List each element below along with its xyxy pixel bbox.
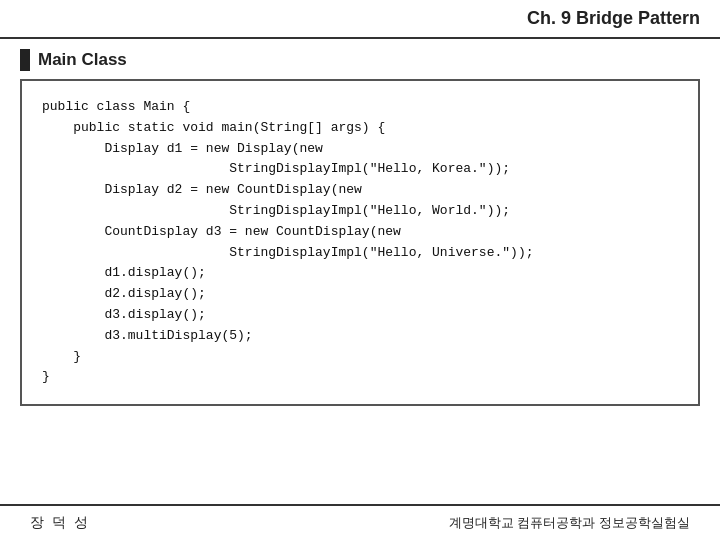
footer: 장 덕 성 계명대학교 컴퓨터공학과 정보공학실험실 (0, 504, 720, 540)
footer-institution: 계명대학교 컴퓨터공학과 정보공학실험실 (449, 514, 690, 532)
code-container: public class Main { public static void m… (20, 79, 700, 406)
section-header: Main Class (0, 39, 720, 79)
page-title: Ch. 9 Bridge Pattern (527, 8, 700, 28)
page-container: Ch. 9 Bridge Pattern Main Class public c… (0, 0, 720, 540)
section-marker-icon (20, 49, 30, 71)
title-bar: Ch. 9 Bridge Pattern (0, 0, 720, 39)
section-title: Main Class (38, 50, 127, 70)
code-block: public class Main { public static void m… (42, 97, 678, 388)
footer-author: 장 덕 성 (30, 514, 90, 532)
